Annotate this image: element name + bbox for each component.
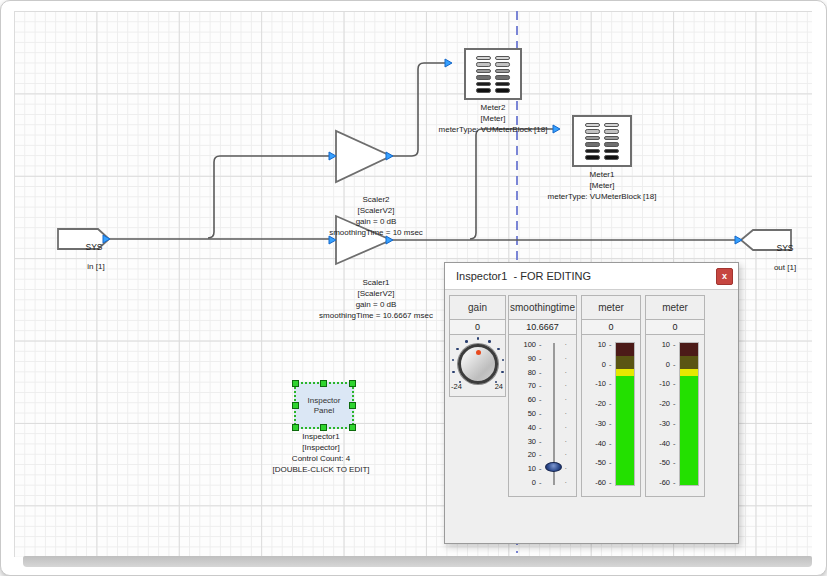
meter2-input-pin-icon[interactable] bbox=[445, 59, 452, 67]
meter-icon-bar bbox=[476, 62, 491, 67]
inspector-panel-block-line2: Panel bbox=[314, 406, 334, 416]
tick-mark: · bbox=[565, 381, 568, 390]
wire-branch-scaler2[interactable] bbox=[208, 156, 334, 238]
inspector-titlebar[interactable]: Inspector1 - FOR EDITING x bbox=[445, 263, 738, 290]
wire-branch-meter1[interactable] bbox=[470, 129, 559, 239]
meter-icon-bar bbox=[495, 75, 510, 80]
meter1-input-pin-icon[interactable] bbox=[553, 125, 560, 133]
meter-icon-bar bbox=[495, 88, 510, 93]
meter-a-header: meter bbox=[582, 296, 640, 319]
gain-value[interactable]: 0 bbox=[450, 319, 505, 335]
inspector-block-count: Control Count: 4 bbox=[292, 453, 350, 464]
tick-row: 50-· bbox=[509, 408, 576, 419]
sys-out-label: SYS bbox=[767, 243, 803, 253]
meter-b-bar bbox=[679, 342, 699, 486]
meter-icon-bar bbox=[604, 155, 619, 160]
tick-mark: · bbox=[565, 395, 568, 404]
meter-segment-green bbox=[680, 376, 698, 485]
tick-mark: - bbox=[609, 340, 612, 349]
smoothingtime-slider[interactable]: 100-·90-·80-·70-·60-·50-·40-·30-·20-·10-… bbox=[509, 335, 576, 495]
meter-a-bar bbox=[615, 342, 635, 486]
scaler2-output-pin-icon[interactable] bbox=[386, 152, 393, 160]
meter2-type: [Meter] bbox=[481, 113, 506, 124]
tick-row: 0-· bbox=[509, 477, 576, 488]
tick-row: 70-· bbox=[509, 380, 576, 391]
meter-b-header: meter bbox=[646, 296, 704, 319]
meter1-block[interactable] bbox=[572, 115, 632, 167]
scaler2-input-pin-icon[interactable] bbox=[329, 152, 336, 160]
meter-segment-red bbox=[680, 343, 698, 356]
tick-mark: - bbox=[673, 439, 676, 448]
meter2-block[interactable] bbox=[464, 48, 522, 100]
vu-meter-icon bbox=[604, 123, 619, 160]
selection-handle[interactable] bbox=[320, 424, 327, 431]
designer-canvas-window: SYS in [1] SYS out [1] Meter2 [Meter] me… bbox=[0, 0, 827, 576]
tick-label: 10 bbox=[582, 340, 606, 349]
tick-mark: - bbox=[539, 354, 542, 363]
selection-handle[interactable] bbox=[349, 380, 356, 387]
close-icon[interactable]: x bbox=[716, 268, 733, 285]
selection-handle[interactable] bbox=[292, 402, 299, 409]
selection-handle[interactable] bbox=[349, 402, 356, 409]
selection-handle[interactable] bbox=[292, 380, 299, 387]
meter-icon-bar bbox=[476, 88, 491, 93]
gain-knob[interactable] bbox=[458, 344, 498, 384]
meter-b-column: meter 0 10-0--10--20--30--40--50--60- bbox=[645, 295, 705, 497]
tick-mark: · bbox=[565, 450, 568, 459]
tick-label: -20 bbox=[646, 399, 670, 408]
meter-icon-bar bbox=[495, 56, 510, 61]
knob-tick-dot bbox=[477, 337, 480, 340]
tick-label: -50 bbox=[646, 458, 670, 467]
meter-segment-red bbox=[616, 343, 634, 356]
scaler1-name: Scaler1 bbox=[362, 277, 389, 288]
meter-icon-bar bbox=[476, 69, 491, 74]
meter-icon-bar bbox=[585, 155, 600, 160]
inspector-panel-block[interactable]: Inspector Panel bbox=[294, 382, 354, 429]
knob-tick-dot bbox=[502, 359, 505, 362]
meter2-name: Meter2 bbox=[481, 102, 506, 113]
knob-tick-dot bbox=[465, 340, 468, 343]
tick-mark: · bbox=[565, 354, 568, 363]
knob-tick-dot bbox=[452, 371, 455, 374]
tick-label: -40 bbox=[582, 439, 606, 448]
canvas-bottom-edge bbox=[23, 556, 812, 567]
knob-indicator-icon bbox=[476, 350, 481, 355]
meter-icon-bar bbox=[495, 69, 510, 74]
scaler2-type: [ScalerV2] bbox=[358, 205, 395, 216]
gain-max-label: 24 bbox=[495, 382, 503, 391]
scaler2-block[interactable] bbox=[336, 131, 391, 182]
meter-segment-olive bbox=[616, 356, 634, 369]
tick-mark: - bbox=[539, 340, 542, 349]
sys-out-port-label: out [1] bbox=[774, 262, 796, 273]
selection-handle[interactable] bbox=[292, 424, 299, 431]
tick-label: -10 bbox=[582, 379, 606, 388]
tick-label: -20 bbox=[582, 399, 606, 408]
selection-handle[interactable] bbox=[349, 424, 356, 431]
tick-label: 10 bbox=[646, 340, 670, 349]
selection-handle[interactable] bbox=[320, 380, 327, 387]
tick-row: 90-· bbox=[509, 353, 576, 364]
sys-in-label: SYS bbox=[74, 242, 114, 252]
wire-scaler2-meter2[interactable] bbox=[391, 63, 451, 156]
tick-mark: - bbox=[609, 439, 612, 448]
tick-label: 50 bbox=[509, 409, 536, 418]
meter-b-value: 0 bbox=[646, 319, 704, 335]
tick-row: 30-· bbox=[509, 436, 576, 447]
tick-mark: - bbox=[673, 399, 676, 408]
slider-handle[interactable] bbox=[545, 462, 562, 472]
meter1-type: [Meter] bbox=[590, 180, 615, 191]
inspector-title: Inspector1 - FOR EDITING bbox=[445, 270, 591, 282]
tick-mark: - bbox=[539, 381, 542, 390]
sysout-input-pin-icon[interactable] bbox=[735, 236, 742, 244]
knob-tick-dot bbox=[452, 359, 455, 362]
tick-label: 20 bbox=[509, 450, 536, 459]
tick-mark: - bbox=[673, 360, 676, 369]
inspector-block-hint: [DOUBLE-CLICK TO EDIT] bbox=[272, 464, 369, 475]
inspector-window[interactable]: Inspector1 - FOR EDITING x gain 0 -24 24… bbox=[444, 262, 739, 544]
tick-label: 80 bbox=[509, 368, 536, 377]
tick-label: -30 bbox=[582, 419, 606, 428]
meter1-prop: meterType: VUMeterBlock [18] bbox=[548, 191, 657, 202]
smoothingtime-value[interactable]: 10.6667 bbox=[509, 319, 576, 335]
meter-icon-bar bbox=[604, 136, 619, 141]
meter-icon-bar bbox=[585, 136, 600, 141]
